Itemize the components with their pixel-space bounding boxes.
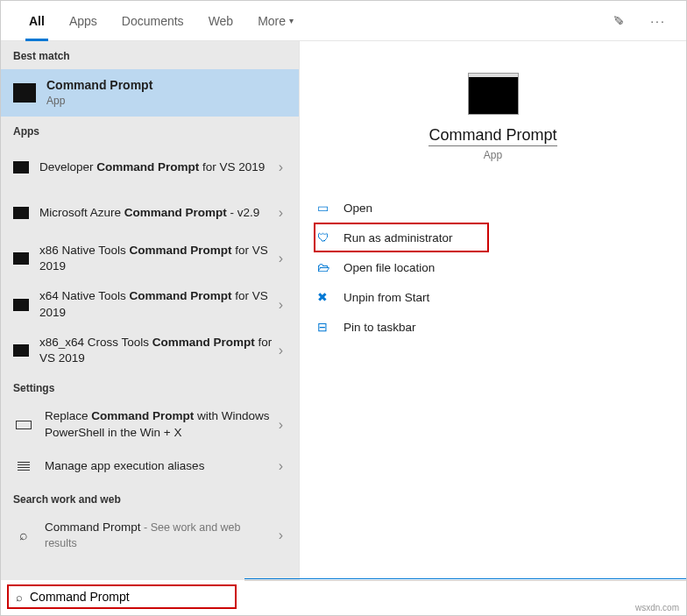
setting-result[interactable]: Manage app execution aliases ›	[1, 448, 299, 485]
action-open-file-location[interactable]: 🗁 Open file location	[314, 252, 686, 282]
app-detail-icon	[468, 73, 519, 115]
action-run-as-administrator[interactable]: 🛡 Run as administrator	[314, 223, 489, 252]
actions-list: ▭ Open 🛡 Run as administrator 🗁 Open fil…	[300, 193, 686, 342]
section-apps: Apps	[1, 117, 299, 145]
folder-icon: 🗁	[317, 260, 344, 274]
best-match-result[interactable]: Command Prompt App	[1, 69, 299, 117]
section-best-match: Best match	[1, 41, 299, 69]
active-window-border	[244, 578, 686, 579]
results-panel: Best match Command Prompt App Apps Devel…	[1, 41, 299, 580]
cmd-icon	[13, 83, 36, 103]
open-icon: ▭	[317, 201, 344, 215]
cmd-icon	[13, 161, 29, 173]
chevron-right-icon[interactable]: ›	[275, 417, 287, 433]
tab-documents[interactable]: Documents	[113, 1, 193, 40]
pin-icon: ⊟	[317, 320, 344, 334]
chevron-right-icon[interactable]: ›	[275, 251, 287, 266]
section-settings: Settings	[1, 373, 299, 401]
tab-more[interactable]: More▾	[249, 1, 302, 40]
chevron-right-icon[interactable]: ›	[275, 159, 287, 175]
tab-apps[interactable]: Apps	[60, 1, 106, 40]
taskbar-area	[244, 580, 686, 615]
watermark: wsxdn.com	[635, 603, 679, 612]
terminal-setting-icon	[13, 417, 34, 433]
chevron-right-icon[interactable]: ›	[275, 205, 287, 221]
search-tabs-bar: All Apps Documents Web More▾ ✐ ···	[1, 1, 686, 41]
feedback-icon[interactable]: ✐	[609, 12, 627, 30]
setting-result[interactable]: Replace Command Prompt with Windows Powe…	[1, 401, 299, 447]
search-input[interactable]	[30, 590, 228, 604]
app-detail-title[interactable]: Command Prompt	[300, 125, 686, 145]
tab-web[interactable]: Web	[200, 1, 243, 40]
cmd-icon	[13, 299, 29, 311]
action-open[interactable]: ▭ Open	[314, 193, 686, 223]
cmd-icon	[13, 252, 29, 265]
app-result[interactable]: x64 Native Tools Command Prompt for VS 2…	[1, 281, 299, 327]
section-search-web: Search work and web	[1, 485, 299, 513]
main-content: Best match Command Prompt App Apps Devel…	[1, 41, 686, 580]
cmd-icon	[13, 207, 29, 219]
chevron-right-icon[interactable]: ›	[275, 458, 287, 474]
app-result[interactable]: x86 Native Tools Command Prompt for VS 2…	[1, 236, 299, 281]
admin-shield-icon: 🛡	[317, 230, 344, 244]
alias-icon	[13, 458, 34, 474]
search-icon: ⌕	[16, 591, 23, 604]
chevron-right-icon[interactable]: ›	[275, 343, 287, 358]
best-match-title: Command Prompt	[46, 77, 287, 94]
detail-panel: Command Prompt App ▭ Open 🛡 Run as admin…	[299, 41, 686, 580]
app-detail-subtitle: App	[300, 149, 686, 161]
app-result[interactable]: x86_x64 Cross Tools Command Prompt for V…	[1, 328, 299, 373]
tab-all[interactable]: All	[20, 1, 53, 40]
app-result[interactable]: Developer Command Prompt for VS 2019 ›	[1, 145, 299, 190]
chevron-down-icon: ▾	[289, 16, 294, 25]
unpin-icon: ✖	[317, 290, 344, 304]
search-box[interactable]: ⌕	[7, 584, 237, 609]
web-result[interactable]: Command Prompt - See work and web result…	[1, 513, 299, 558]
action-pin-to-taskbar[interactable]: ⊟ Pin to taskbar	[314, 312, 686, 342]
more-options-icon[interactable]: ···	[649, 12, 667, 30]
chevron-right-icon[interactable]: ›	[275, 297, 287, 313]
best-match-subtitle: App	[46, 94, 287, 108]
cmd-icon	[13, 344, 29, 357]
search-icon	[13, 527, 34, 543]
chevron-right-icon[interactable]: ›	[275, 527, 287, 543]
action-unpin-from-start[interactable]: ✖ Unpin from Start	[314, 282, 686, 312]
app-result[interactable]: Microsoft Azure Command Prompt - v2.9 ›	[1, 190, 299, 236]
